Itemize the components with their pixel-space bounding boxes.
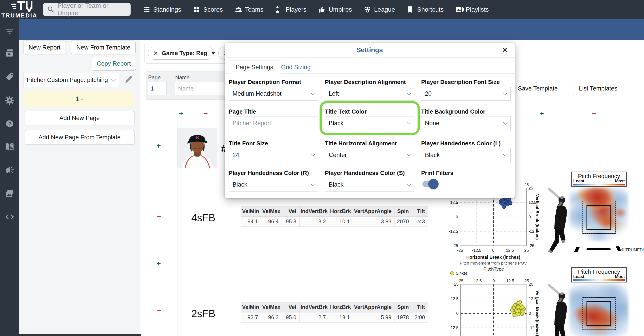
trumedia-logo-icon[interactable]	[11, 1, 34, 12]
book-icon[interactable]	[5, 142, 14, 152]
svg-text:12.5: 12.5	[450, 200, 458, 205]
nav-item-shortcuts[interactable]: Shortcuts	[401, 0, 449, 19]
list-templates-button[interactable]: List Templates	[573, 82, 624, 95]
pitch-table-head-0: VelMinVelMaxVelIndVertBrkHorzBrkVertAppr…	[241, 206, 428, 217]
player-description-alignment-select[interactable]: Left	[325, 87, 414, 101]
megaphone-icon[interactable]	[5, 165, 14, 175]
nav-item-umpires[interactable]: Umpires	[312, 0, 358, 19]
stat-cell: 2:00	[412, 312, 428, 322]
field-label: Player Description Alignment	[325, 79, 406, 86]
nav-item-scores[interactable]: Scores	[187, 0, 229, 19]
title-horizontal-alignment-select[interactable]: Center	[325, 148, 414, 162]
top-navbar: TRUMEDIA Player or Team or Umpire Standi…	[0, 0, 644, 19]
player-description-font-size-select[interactable]: 20	[421, 87, 511, 101]
filter-chip-game-type[interactable]: ✕ Game Type: Reg	[148, 47, 214, 60]
chevron-down-icon	[503, 120, 508, 125]
pitch-type-label: 4sFB	[191, 212, 215, 224]
stat-cell: -5.99	[353, 312, 395, 322]
nav-item-teams[interactable]: Teams	[229, 0, 269, 19]
add-new-page-from-template-button[interactable]: Add New Page From Template	[24, 130, 134, 145]
batter-silhouette-icon	[548, 186, 572, 254]
svg-text:25: 25	[524, 248, 529, 253]
title-text-color-select[interactable]: Black	[325, 116, 414, 130]
svg-text:-12.5: -12.5	[449, 229, 458, 234]
gear-icon[interactable]	[5, 95, 14, 105]
add-column-button[interactable]: +	[540, 109, 544, 118]
svg-text:-25: -25	[528, 243, 534, 248]
search-input[interactable]: Player or Team or Umpire	[43, 3, 131, 16]
chevron-down-icon	[407, 152, 411, 157]
search-icon	[47, 6, 54, 13]
remove-filter-icon[interactable]: ✕	[153, 50, 158, 57]
svg-text:-25: -25	[457, 248, 463, 253]
tab-page-settings[interactable]: Page Settings	[229, 60, 280, 74]
nav-item-standings[interactable]: Standings	[137, 0, 187, 19]
strike-zone	[586, 301, 611, 326]
add-column-button[interactable]: +	[179, 109, 183, 118]
umpires-icon	[318, 6, 326, 14]
edit-pencil-icon[interactable]	[124, 75, 133, 84]
heatmap-legend: Pitch Frequency Least Most	[571, 267, 627, 282]
page-list-item-1[interactable]: 1 -	[24, 91, 134, 107]
field-label: Title Background Color	[421, 108, 485, 115]
remove-column-button[interactable]: −	[592, 109, 596, 118]
new-report-button[interactable]: New Report	[23, 41, 66, 55]
svg-text:25: 25	[454, 282, 458, 286]
modal-header: Settings ✕	[225, 43, 515, 58]
remove-row-button[interactable]: −	[157, 306, 161, 315]
images-icon[interactable]	[5, 189, 14, 198]
col-header: HorzBrk	[329, 302, 353, 312]
col-header: HorzBrk	[329, 206, 353, 217]
shortcuts-icon	[406, 6, 414, 14]
plate-mark	[616, 246, 622, 251]
app-root: TRUMEDIA Player or Team or Umpire Standi…	[0, 0, 644, 336]
col-header: VelMin	[241, 302, 261, 312]
title-font-size-select[interactable]: 24	[229, 148, 318, 162]
close-icon[interactable]: ✕	[502, 46, 508, 55]
stat-cell: 10.1	[329, 217, 353, 227]
pitch-table-row-1: 93.796.395.02.718.1-5.9919782:00	[241, 312, 428, 322]
tag-icon[interactable]	[5, 72, 14, 82]
copy-report-button[interactable]: Copy Report	[92, 57, 136, 71]
svg-text:Vertical Break (inches): Vertical Break (inches)	[535, 194, 540, 240]
nav-item-league[interactable]: League	[358, 0, 401, 19]
floor-line	[622, 247, 644, 247]
horizontal-scrollbar[interactable]	[19, 334, 141, 336]
add-row-button[interactable]: +	[157, 259, 161, 268]
svg-text:Vertical Break (inches): Vertical Break (inches)	[535, 290, 540, 336]
player-handedness-color-r-select[interactable]: Black	[229, 178, 318, 192]
main-nav: StandingsScoresTeamsPlayersUmpiresLeague…	[137, 0, 494, 19]
tab-grid-sizing[interactable]: Grid Sizing	[281, 64, 310, 71]
svg-text:25: 25	[528, 186, 533, 190]
print-filters-toggle[interactable]	[421, 178, 441, 190]
help-icon[interactable]: ?	[5, 119, 14, 129]
remove-row-button[interactable]: −	[157, 212, 161, 221]
heatmap-gradient-bar	[573, 184, 625, 185]
code-icon[interactable]	[5, 212, 14, 222]
add-new-page-button[interactable]: Add New Page	[24, 111, 134, 125]
video-playlist-icon[interactable]	[5, 48, 14, 58]
remove-column-button[interactable]: −	[204, 109, 208, 118]
filter-lines-icon[interactable]	[5, 27, 14, 36]
field-label: Print Filters	[421, 170, 453, 177]
stat-cell: 94.1	[241, 217, 261, 227]
nav-item-playlists[interactable]: Playlists	[450, 0, 495, 19]
svg-text:12.5: 12.5	[451, 296, 458, 301]
pitch-table-row-0: 94.196.495.313.210.1-3.8320701:43	[241, 217, 428, 227]
player-handedness-color-s-select[interactable]: Black	[325, 178, 414, 192]
svg-text:0: 0	[528, 215, 531, 219]
field-label: Player Handedness Color (L)	[421, 140, 500, 147]
page-title-input[interactable]: Pitcher Report	[229, 116, 318, 130]
field-label: Player Description Font Size	[421, 79, 500, 86]
save-template-button[interactable]: Save Template	[516, 82, 560, 95]
report-page-select[interactable]: Pitcher Custom Page: pitching -...	[23, 73, 119, 87]
player-description-format-select[interactable]: Medium Headshot	[229, 87, 318, 101]
title-background-color-select[interactable]: None	[421, 116, 511, 130]
heatmap-legend: Pitch Frequency Least Most	[571, 172, 627, 187]
page-number-input[interactable]: 1	[147, 82, 166, 95]
new-from-template-button[interactable]: New From Template	[71, 41, 136, 55]
add-row-button[interactable]: +	[157, 142, 161, 150]
nav-item-players[interactable]: Players	[269, 0, 312, 19]
search-placeholder: Player or Team or Umpire	[58, 2, 130, 17]
player-handedness-color-l-select[interactable]: Black	[421, 148, 511, 162]
